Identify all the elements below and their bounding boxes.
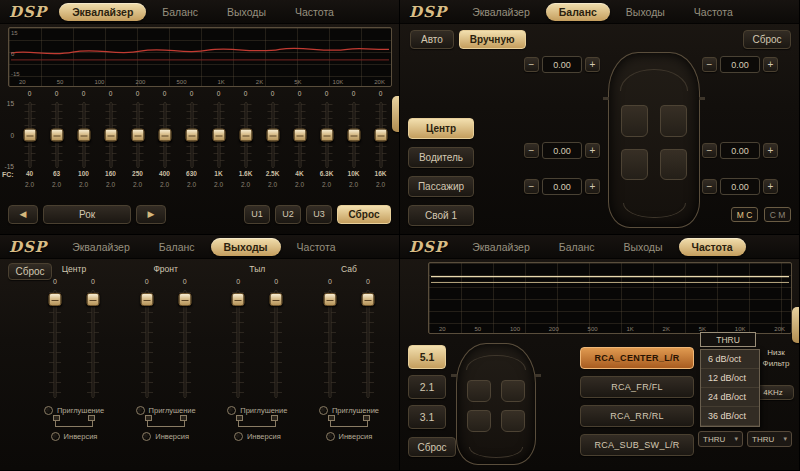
band-slider[interactable] [97, 100, 124, 170]
band-slider[interactable] [232, 100, 259, 170]
user-memory-button[interactable]: U1 [244, 205, 270, 224]
decrease-button[interactable]: − [524, 179, 539, 194]
slider-handle[interactable] [23, 129, 36, 142]
inversion-toggle[interactable]: Инверсия [142, 430, 189, 443]
band-slider[interactable] [151, 100, 178, 170]
band-slider[interactable] [16, 100, 43, 170]
preset-button[interactable]: Рок [43, 205, 131, 224]
band-slider[interactable] [340, 100, 367, 170]
drawer-handle[interactable] [392, 96, 400, 132]
slider-handle[interactable] [239, 129, 252, 142]
channel-link-icon[interactable] [55, 419, 93, 427]
slider-handle[interactable] [50, 129, 63, 142]
band-slider[interactable] [124, 100, 151, 170]
tab[interactable]: Выходы [214, 3, 279, 21]
slider-handle[interactable] [293, 129, 306, 142]
slope-dropdown-selected[interactable]: THRU [700, 332, 756, 347]
slope-option[interactable]: 12 dB/oct [701, 369, 759, 388]
inversion-toggle[interactable]: Инверсия [234, 430, 281, 443]
mc-toggle[interactable]: M C [731, 207, 758, 222]
band-slider[interactable] [367, 100, 394, 170]
rca-channel-button[interactable]: RCA_SUB_SW_L/R [580, 434, 694, 456]
preset-prev-button[interactable]: ◀ [8, 205, 38, 224]
increase-button[interactable]: + [585, 57, 600, 72]
tab[interactable]: Частота [282, 3, 347, 21]
tab[interactable]: Выходы [211, 238, 281, 256]
slider-handle[interactable] [347, 129, 360, 142]
eq-reset-button[interactable]: Сброс [337, 205, 391, 224]
rca-channel-button[interactable]: RCA_CENTER_L/R [580, 347, 694, 369]
slider-handle[interactable] [270, 293, 283, 306]
level-slider[interactable] [230, 288, 246, 400]
slider-handle[interactable] [77, 129, 90, 142]
tab[interactable]: Баланс [149, 3, 211, 21]
slider-handle[interactable] [361, 293, 374, 306]
level-slider[interactable] [177, 288, 193, 400]
slider-handle[interactable] [131, 129, 144, 142]
inversion-toggle[interactable]: Инверсия [326, 430, 373, 443]
tab[interactable]: Баланс [146, 238, 208, 256]
slider-handle[interactable] [104, 129, 117, 142]
band-slider[interactable] [205, 100, 232, 170]
freq-reset-button[interactable]: Сброс [408, 437, 456, 457]
tab[interactable]: Выходы [611, 238, 676, 256]
band-slider[interactable] [259, 100, 286, 170]
tab[interactable]: Частота [679, 238, 746, 256]
channel-link-icon[interactable] [238, 419, 276, 427]
decrease-button[interactable]: − [524, 57, 539, 72]
slider-handle[interactable] [212, 129, 225, 142]
slider-handle[interactable] [49, 293, 62, 306]
slider-handle[interactable] [320, 129, 333, 142]
level-slider[interactable] [139, 288, 155, 400]
slider-handle[interactable] [232, 293, 245, 306]
tab[interactable]: Частота [284, 238, 349, 256]
increase-button[interactable]: + [585, 179, 600, 194]
tab[interactable]: Эквалайзер [59, 238, 143, 256]
level-slider[interactable] [268, 288, 284, 400]
user-memory-button[interactable]: U3 [306, 205, 332, 224]
slider-handle[interactable] [178, 293, 191, 306]
decrease-button[interactable]: − [702, 57, 717, 72]
rca-channel-button[interactable]: RCA_RR/RL [580, 405, 694, 427]
slider-handle[interactable] [87, 293, 100, 306]
speaker-mode-button[interactable]: 2.1 [408, 375, 446, 399]
decrease-button[interactable]: − [702, 143, 717, 158]
level-slider[interactable] [85, 288, 101, 400]
decrease-button[interactable]: − [702, 179, 717, 194]
band-slider[interactable] [70, 100, 97, 170]
slider-handle[interactable] [185, 129, 198, 142]
increase-button[interactable]: + [585, 143, 600, 158]
speaker-mode-button[interactable]: 3.1 [408, 405, 446, 429]
inversion-toggle[interactable]: Инверсия [51, 430, 98, 443]
channel-link-icon[interactable] [330, 419, 368, 427]
slider-handle[interactable] [158, 129, 171, 142]
tab[interactable]: Эквалайзер [59, 3, 146, 21]
slider-handle[interactable] [323, 293, 336, 306]
band-slider[interactable] [178, 100, 205, 170]
channel-link-icon[interactable] [147, 419, 185, 427]
slope-option[interactable]: 36 dB/oct [701, 407, 759, 426]
slope-option[interactable]: 24 dB/oct [701, 388, 759, 407]
user-memory-button[interactable]: U2 [275, 205, 301, 224]
slider-handle[interactable] [140, 293, 153, 306]
thru-select[interactable]: THRU ▾ [698, 431, 743, 447]
increase-button[interactable]: + [763, 143, 778, 158]
band-slider[interactable] [286, 100, 313, 170]
level-slider[interactable] [47, 288, 63, 400]
decrease-button[interactable]: − [524, 143, 539, 158]
drawer-handle[interactable] [792, 307, 800, 343]
tab[interactable]: Эквалайзер [459, 238, 543, 256]
band-slider[interactable] [43, 100, 70, 170]
level-slider[interactable] [360, 288, 376, 400]
band-slider[interactable] [313, 100, 340, 170]
thru-select[interactable]: THRU ▾ [747, 431, 792, 447]
rca-channel-button[interactable]: RCA_FR/FL [580, 376, 694, 398]
increase-button[interactable]: + [763, 57, 778, 72]
level-slider[interactable] [322, 288, 338, 400]
preset-next-button[interactable]: ▶ [136, 205, 166, 224]
cm-toggle[interactable]: C M [764, 207, 791, 222]
slope-option[interactable]: 6 dB/oct [701, 350, 759, 369]
speaker-mode-button[interactable]: 5.1 [408, 345, 446, 369]
increase-button[interactable]: + [763, 179, 778, 194]
slider-handle[interactable] [266, 129, 279, 142]
